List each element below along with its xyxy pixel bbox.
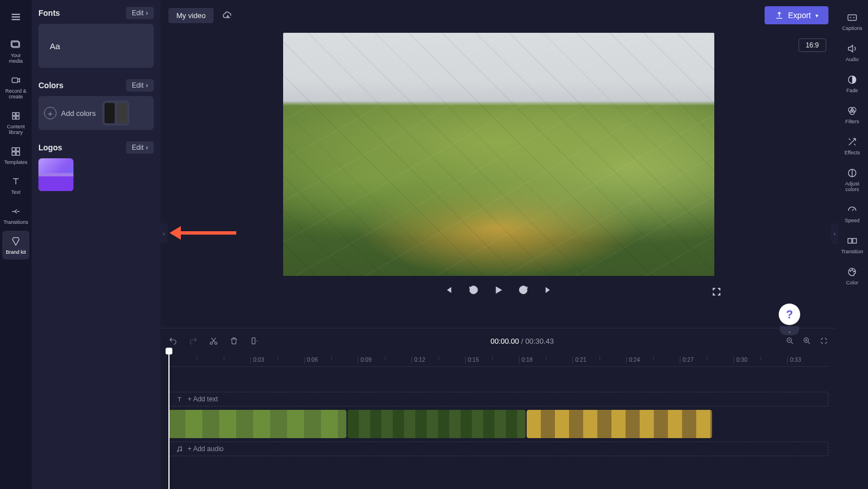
svg-rect-18 — [252, 338, 255, 344]
prop-captions[interactable]: Captions — [839, 7, 866, 36]
collapse-right-panel-button[interactable]: › — [831, 223, 839, 244]
zoom-out-button[interactable] — [785, 336, 795, 345]
play-button[interactable] — [492, 283, 505, 297]
ruler-mark: 0:09 — [358, 357, 371, 363]
transitions-icon — [10, 205, 22, 218]
prop-color[interactable]: Color — [839, 261, 866, 290]
playhead[interactable] — [168, 350, 170, 489]
text-icon — [176, 396, 183, 403]
add-text-track[interactable]: + Add text — [168, 392, 828, 406]
logos-heading: Logos — [38, 143, 62, 152]
ruler-mark: 0:30 — [734, 357, 747, 363]
chevron-down-icon: ▾ — [815, 12, 818, 19]
font-sample-card[interactable]: Aa — [38, 24, 154, 68]
svg-rect-7 — [16, 112, 19, 115]
timeline-area: 00:00.00 / 00:30.43 0:030:060:090:120:15… — [160, 328, 836, 489]
timeline-toolbar: 00:00.00 / 00:30.43 — [168, 328, 828, 353]
prop-filters[interactable]: Filters — [839, 100, 866, 129]
prop-transition[interactable]: Transition — [839, 230, 866, 259]
filters-icon — [846, 105, 858, 117]
media-icon — [10, 38, 22, 51]
prop-effects[interactable]: Effects — [839, 131, 866, 160]
color-swatch-group[interactable] — [102, 101, 129, 126]
zoom-in-button[interactable] — [802, 336, 811, 345]
ruler-mark: 0:21 — [572, 357, 586, 363]
ruler-mark: 0:06 — [304, 357, 318, 363]
video-clip[interactable] — [348, 410, 526, 438]
colors-heading: Colors — [38, 81, 63, 90]
prop-fade[interactable]: Fade — [839, 69, 866, 98]
prop-audio[interactable]: Audio — [839, 38, 866, 67]
export-button[interactable]: Export ▾ — [765, 6, 828, 24]
redo-button[interactable] — [189, 336, 198, 345]
preview-zone: 16:9 — [160, 31, 836, 328]
video-clip[interactable] — [527, 410, 712, 438]
templates-icon — [10, 145, 22, 158]
svg-rect-11 — [16, 148, 20, 151]
nav-label: Transitions — [3, 219, 28, 225]
svg-rect-23 — [848, 15, 857, 20]
nav-your-media[interactable]: Your media — [2, 34, 29, 68]
aspect-ratio-chip[interactable]: 16:9 — [798, 38, 826, 52]
add-colors-button[interactable]: + Add colors — [44, 107, 96, 119]
prop-adjust-colors[interactable]: Adjust colors — [839, 162, 866, 197]
prop-speed[interactable]: Speed — [839, 199, 866, 228]
skip-start-button[interactable] — [442, 283, 455, 297]
svg-point-33 — [854, 271, 855, 272]
split-button[interactable] — [250, 336, 259, 345]
nav-label: Templates — [4, 159, 27, 165]
nav-record-create[interactable]: Record & create — [2, 70, 29, 104]
ruler-mark: 0:24 — [626, 357, 640, 363]
adjust-colors-icon — [846, 167, 858, 179]
upload-icon — [775, 11, 784, 20]
video-track — [168, 410, 828, 438]
fonts-edit-button[interactable]: Edit› — [126, 7, 154, 19]
text-icon — [10, 175, 22, 188]
rewind-button[interactable] — [467, 283, 480, 297]
fullscreen-button[interactable] — [710, 285, 723, 298]
record-icon — [10, 74, 22, 86]
nav-transitions[interactable]: Transitions — [2, 201, 29, 230]
library-icon — [10, 110, 22, 122]
help-collapse-button[interactable]: ⌄ — [780, 326, 799, 335]
svg-rect-10 — [12, 148, 15, 151]
nav-templates[interactable]: Templates — [2, 141, 29, 170]
timeline-ruler[interactable]: 0:030:060:090:120:150:180:210:240:270:30… — [168, 353, 828, 367]
top-bar: My video Export ▾ — [160, 0, 836, 31]
speed-icon — [846, 204, 858, 216]
svg-rect-12 — [12, 152, 15, 155]
plus-icon: + — [44, 107, 57, 119]
nav-text[interactable]: Text — [2, 171, 29, 200]
svg-rect-5 — [12, 78, 18, 83]
svg-rect-29 — [848, 239, 852, 243]
chevron-right-icon: › — [146, 144, 148, 152]
help-button[interactable]: ? — [779, 304, 800, 325]
palette-icon — [846, 266, 858, 278]
logos-edit-button[interactable]: Edit› — [126, 141, 154, 154]
undo-button[interactable] — [168, 336, 177, 345]
video-preview[interactable] — [283, 33, 714, 276]
svg-marker-15 — [170, 226, 181, 240]
video-clip[interactable] — [168, 410, 346, 438]
logo-thumbnail[interactable] — [38, 158, 73, 191]
forward-button[interactable] — [517, 283, 530, 297]
delete-button[interactable] — [229, 336, 238, 345]
colors-edit-button[interactable]: Edit› — [126, 79, 154, 92]
nav-brand-kit[interactable]: Brand kit — [2, 231, 29, 259]
cut-button[interactable] — [209, 336, 218, 345]
timeline-timecode: 00:00.00 / 00:30.43 — [270, 337, 774, 345]
add-audio-track[interactable]: + Add audio — [168, 442, 828, 456]
svg-rect-13 — [16, 152, 20, 155]
color-swatch[interactable] — [117, 103, 127, 123]
menu-button[interactable] — [2, 6, 29, 28]
skip-end-button[interactable] — [541, 283, 555, 297]
nav-content-library[interactable]: Content library — [2, 105, 29, 140]
color-swatch[interactable] — [105, 103, 115, 123]
zoom-fit-button[interactable] — [819, 336, 828, 345]
nav-label: Your media — [3, 53, 28, 64]
transition-icon — [846, 235, 858, 247]
brand-kit-icon — [10, 235, 22, 248]
svg-rect-8 — [12, 116, 15, 119]
cloud-sync-button[interactable] — [219, 7, 236, 24]
project-title-chip[interactable]: My video — [168, 8, 214, 23]
